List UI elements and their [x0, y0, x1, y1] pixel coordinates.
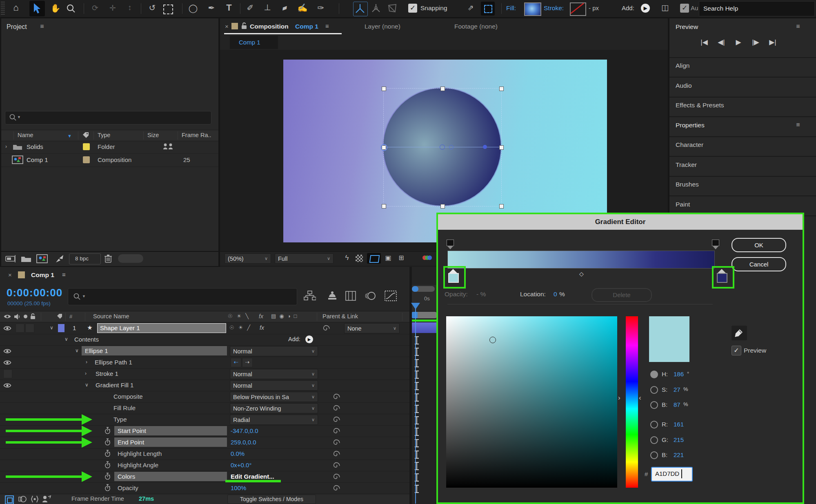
viewer-tab-layer[interactable]: Layer (none): [365, 23, 400, 30]
zoom-tool-icon[interactable]: [66, 4, 76, 15]
snapping-label[interactable]: Snapping: [420, 4, 447, 12]
timeline-tab-swatch[interactable]: [18, 271, 25, 278]
project-search-input[interactable]: ▼: [5, 111, 211, 124]
source-name-column[interactable]: Source Name: [93, 313, 129, 320]
gradient-start-handle[interactable]: [380, 144, 387, 151]
delete-button[interactable]: Delete: [591, 288, 652, 302]
sidebar-panel-align[interactable]: Align: [669, 57, 816, 78]
toggle-switches-button[interactable]: Toggle Switches / Modes: [227, 495, 316, 504]
stopwatch-icon[interactable]: [105, 484, 111, 493]
property-value[interactable]: 259.0,0.0: [231, 439, 256, 446]
pick-whip-icon[interactable]: [322, 324, 330, 333]
pick-whip-icon[interactable]: [333, 427, 340, 436]
local-axis-icon[interactable]: [353, 2, 368, 16]
graph-editor-icon[interactable]: [385, 291, 397, 301]
hue-arrow-left-icon[interactable]: ‹: [639, 394, 641, 402]
project-item-name[interactable]: Comp 1: [27, 156, 48, 163]
expand-chevron-icon[interactable]: ›: [5, 144, 7, 149]
collapse-chevron-icon[interactable]: ∨: [50, 325, 53, 331]
pick-whip-icon[interactable]: [333, 450, 340, 459]
pan-camera-icon[interactable]: ✛: [105, 3, 120, 13]
marquee-icon[interactable]: [481, 2, 495, 16]
property-value[interactable]: -347.0,0.0: [231, 427, 258, 434]
dolly-camera-icon[interactable]: ↕: [122, 3, 137, 12]
toolbar-grip[interactable]: [1, 2, 5, 16]
timeline-row[interactable]: Highlight Angle0x+0.0°: [0, 460, 409, 471]
property-select[interactable]: Non-Zero Winding∨: [230, 403, 318, 413]
orbit-camera-icon[interactable]: ⟳: [88, 3, 102, 13]
color-value[interactable]: 161: [674, 421, 684, 428]
frame-blend-icon[interactable]: [345, 291, 356, 301]
pick-whip-icon[interactable]: [333, 439, 340, 447]
sidebar-panel-character[interactable]: Character: [669, 136, 816, 157]
pick-whip-icon[interactable]: [333, 473, 340, 482]
color-value-radio[interactable]: [650, 451, 658, 459]
bpc-button[interactable]: 8 bpc: [69, 253, 101, 264]
label-color-swatch[interactable]: [83, 156, 90, 163]
timeline-row[interactable]: Highlight Length0.0%: [0, 448, 409, 460]
viewer-tab-footage[interactable]: Footage (none): [454, 23, 498, 30]
fx-switch-icon[interactable]: fx: [260, 324, 264, 331]
av-box[interactable]: [16, 324, 24, 333]
eye-icon[interactable]: [3, 325, 11, 332]
guides-icon[interactable]: ⊞: [396, 254, 406, 262]
shape-tool-icon[interactable]: ◯: [186, 3, 200, 13]
gradient-bar[interactable]: [447, 251, 715, 269]
property-name[interactable]: Type: [113, 416, 127, 423]
puppet-pin-tool-icon[interactable]: ✑: [314, 3, 328, 13]
color-value[interactable]: 27: [674, 386, 680, 393]
av-box[interactable]: [3, 369, 12, 378]
selection-handle[interactable]: [440, 204, 445, 209]
hue-strip[interactable]: [626, 316, 638, 488]
stroke-label[interactable]: Stroke:: [544, 4, 564, 12]
property-name[interactable]: Colors: [118, 473, 135, 480]
opacity-stop-right[interactable]: [712, 240, 719, 249]
stamp-tool-icon[interactable]: ⊥: [260, 2, 274, 12]
sidebar-panel-label[interactable]: Character: [676, 141, 703, 149]
property-select[interactable]: Radial∨: [230, 415, 318, 425]
playhead[interactable]: [411, 303, 420, 309]
timeline-row[interactable]: ›Stroke 1Normal∨: [0, 368, 409, 380]
sidebar-panel-label[interactable]: Effects & Presets: [676, 102, 724, 109]
collapse-chevron-icon[interactable]: ∨: [85, 382, 89, 388]
color-value-radio[interactable]: [650, 401, 658, 409]
interpret-footage-icon[interactable]: [5, 255, 17, 263]
stopwatch-icon[interactable]: [105, 427, 111, 435]
location-value[interactable]: 0: [554, 291, 557, 298]
path-direction-icon[interactable]: ⇢: [242, 358, 253, 367]
hand-tool-icon[interactable]: ✋: [48, 3, 63, 13]
preview-checkbox[interactable]: ✓: [732, 346, 741, 355]
property-value[interactable]: 0x+0.0°: [231, 462, 251, 468]
viewer-tab-close[interactable]: ×: [225, 23, 229, 30]
saturation-brightness-field[interactable]: [446, 316, 617, 488]
property-value[interactable]: 0.0%: [231, 450, 245, 457]
project-row[interactable]: ›SolidsFolder: [1, 140, 218, 154]
av-box[interactable]: [25, 324, 34, 333]
timeline-row[interactable]: CompositeBelow Previous in Sa∨: [0, 391, 409, 403]
opacity-stop-left[interactable]: [447, 240, 454, 249]
sidebar-panel-label[interactable]: Brushes: [676, 181, 699, 188]
sidebar-panel-preview[interactable]: Preview≡|◀◀|▶|▶▶|: [669, 18, 816, 58]
color-value-radio[interactable]: [650, 371, 658, 378]
property-name[interactable]: End Point: [118, 439, 144, 446]
fill-swatch[interactable]: [524, 2, 541, 16]
stroke-swatch[interactable]: [570, 2, 586, 16]
zoom-arrow-icon[interactable]: ⇗: [465, 3, 477, 12]
selection-handle[interactable]: [499, 145, 504, 150]
lock-icon[interactable]: [241, 22, 247, 29]
sidebar-panel-label[interactable]: Paint: [676, 201, 690, 208]
hue-arrow-right-icon[interactable]: ›: [618, 394, 620, 402]
anchor-point[interactable]: [440, 144, 445, 150]
color-value-radio[interactable]: [650, 436, 658, 444]
new-folder-icon[interactable]: [21, 255, 31, 263]
pick-whip-icon[interactable]: [333, 484, 340, 493]
viewer-tab-composition[interactable]: Composition: [250, 23, 289, 30]
timeline-row[interactable]: ∨Ellipse 1Normal∨: [0, 345, 409, 357]
channels-icon[interactable]: [422, 255, 433, 262]
eye-icon[interactable]: [3, 382, 11, 389]
mask-visibility-icon[interactable]: [367, 253, 381, 264]
timecode[interactable]: 0:00:00:00: [7, 286, 62, 299]
layer-label-swatch[interactable]: [58, 324, 64, 332]
dialog-titlebar[interactable]: Gradient Editor: [438, 214, 803, 230]
fill-label[interactable]: Fill:: [506, 4, 516, 12]
